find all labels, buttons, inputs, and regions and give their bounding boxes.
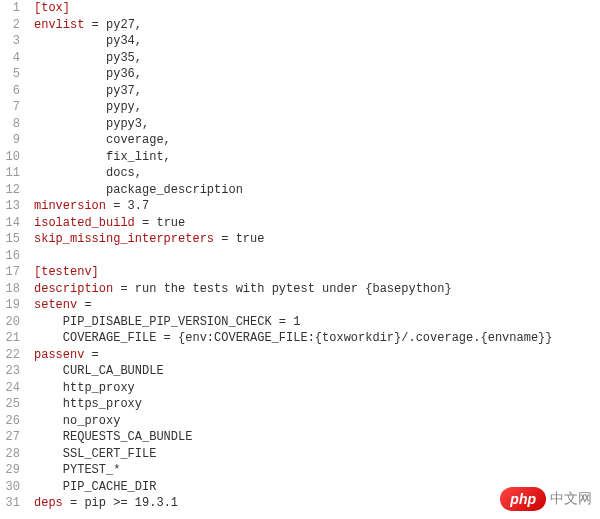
line-number: 24 — [0, 380, 20, 397]
config-value-continuation: PIP_CACHE_DIR — [34, 480, 156, 494]
code-line: http_proxy — [34, 380, 600, 397]
code-line: description = run the tests with pytest … — [34, 281, 600, 298]
code-line — [34, 248, 600, 265]
code-line: py37, — [34, 83, 600, 100]
line-number: 22 — [0, 347, 20, 364]
code-line: passenv = — [34, 347, 600, 364]
line-number: 27 — [0, 429, 20, 446]
config-key: setenv — [34, 298, 77, 312]
config-value: = true — [214, 232, 264, 246]
config-key: minversion — [34, 199, 106, 213]
code-line: CURL_CA_BUNDLE — [34, 363, 600, 380]
code-line: pypy3, — [34, 116, 600, 133]
config-value-continuation: no_proxy — [34, 414, 120, 428]
config-key: description — [34, 282, 113, 296]
config-value-continuation: py37, — [34, 84, 142, 98]
code-line: [testenv] — [34, 264, 600, 281]
line-number: 13 — [0, 198, 20, 215]
line-number: 17 — [0, 264, 20, 281]
line-number: 5 — [0, 66, 20, 83]
section-header: [testenv] — [34, 265, 99, 279]
config-value: = true — [135, 216, 185, 230]
config-key: envlist — [34, 18, 84, 32]
line-number: 1 — [0, 0, 20, 17]
line-number: 28 — [0, 446, 20, 463]
config-value-continuation: PIP_DISABLE_PIP_VERSION_CHECK = 1 — [34, 315, 300, 329]
line-number: 16 — [0, 248, 20, 265]
code-line: pypy, — [34, 99, 600, 116]
line-number: 25 — [0, 396, 20, 413]
code-line: isolated_build = true — [34, 215, 600, 232]
code-line: py34, — [34, 33, 600, 50]
code-line: package_description — [34, 182, 600, 199]
config-value-continuation: PYTEST_* — [34, 463, 120, 477]
line-number: 6 — [0, 83, 20, 100]
code-line: REQUESTS_CA_BUNDLE — [34, 429, 600, 446]
line-number-gutter: 1234567891011121314151617181920212223242… — [0, 0, 28, 512]
section-header: [tox] — [34, 1, 70, 15]
config-value-continuation: REQUESTS_CA_BUNDLE — [34, 430, 192, 444]
code-line: minversion = 3.7 — [34, 198, 600, 215]
code-line: no_proxy — [34, 413, 600, 430]
line-number: 23 — [0, 363, 20, 380]
code-line: skip_missing_interpreters = true — [34, 231, 600, 248]
watermark-badge: php — [500, 487, 546, 511]
line-number: 26 — [0, 413, 20, 430]
config-value: = 3.7 — [106, 199, 149, 213]
config-value-continuation: package_description — [34, 183, 243, 197]
line-number: 21 — [0, 330, 20, 347]
config-value: = — [84, 348, 98, 362]
config-value-continuation: py36, — [34, 67, 142, 81]
config-value-continuation: fix_lint, — [34, 150, 171, 164]
code-line: PYTEST_* — [34, 462, 600, 479]
watermark: php 中文网 — [500, 487, 592, 511]
config-value-continuation: pypy, — [34, 100, 142, 114]
config-value-continuation: py34, — [34, 34, 142, 48]
config-value-continuation: https_proxy — [34, 397, 142, 411]
line-number: 10 — [0, 149, 20, 166]
config-value-continuation: coverage, — [34, 133, 171, 147]
line-number: 14 — [0, 215, 20, 232]
config-value: = pip >= 19.3.1 — [63, 496, 178, 510]
line-number: 30 — [0, 479, 20, 496]
config-value: = py27, — [84, 18, 142, 32]
line-number: 20 — [0, 314, 20, 331]
config-value-continuation: SSL_CERT_FILE — [34, 447, 156, 461]
code-line: envlist = py27, — [34, 17, 600, 34]
config-key: deps — [34, 496, 63, 510]
line-number: 11 — [0, 165, 20, 182]
config-value-continuation: pypy3, — [34, 117, 149, 131]
config-value-continuation: http_proxy — [34, 381, 135, 395]
line-number: 2 — [0, 17, 20, 34]
line-number: 19 — [0, 297, 20, 314]
config-value-continuation: CURL_CA_BUNDLE — [34, 364, 164, 378]
code-content: [tox]envlist = py27, py34, py35, py36, p… — [28, 0, 600, 512]
line-number: 15 — [0, 231, 20, 248]
code-line: coverage, — [34, 132, 600, 149]
code-line: https_proxy — [34, 396, 600, 413]
code-line: PIP_DISABLE_PIP_VERSION_CHECK = 1 — [34, 314, 600, 331]
code-editor: 1234567891011121314151617181920212223242… — [0, 0, 600, 512]
code-line: fix_lint, — [34, 149, 600, 166]
line-number: 31 — [0, 495, 20, 512]
line-number: 7 — [0, 99, 20, 116]
code-line: COVERAGE_FILE = {env:COVERAGE_FILE:{toxw… — [34, 330, 600, 347]
code-line: docs, — [34, 165, 600, 182]
line-number: 9 — [0, 132, 20, 149]
config-value: = — [77, 298, 91, 312]
code-line: py36, — [34, 66, 600, 83]
code-line: [tox] — [34, 0, 600, 17]
code-line: setenv = — [34, 297, 600, 314]
config-value-continuation: docs, — [34, 166, 142, 180]
line-number: 3 — [0, 33, 20, 50]
config-value: = run the tests with pytest under {basep… — [113, 282, 451, 296]
line-number: 8 — [0, 116, 20, 133]
code-line: py35, — [34, 50, 600, 67]
line-number: 29 — [0, 462, 20, 479]
config-key: passenv — [34, 348, 84, 362]
line-number: 4 — [0, 50, 20, 67]
watermark-text: 中文网 — [550, 490, 592, 508]
line-number: 18 — [0, 281, 20, 298]
config-key: isolated_build — [34, 216, 135, 230]
code-line: SSL_CERT_FILE — [34, 446, 600, 463]
